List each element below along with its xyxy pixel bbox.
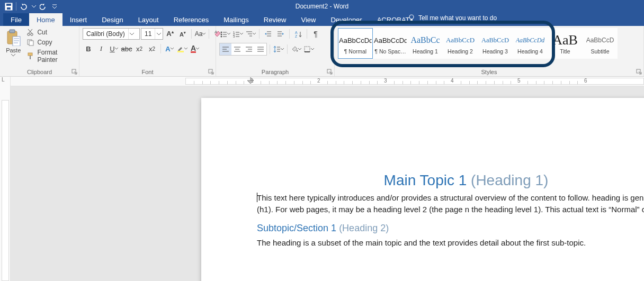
highlight-color-button[interactable] [176, 43, 188, 55]
shading-button[interactable] [290, 43, 302, 55]
style-preview: AaBbCcD [481, 32, 509, 48]
font-name-combo[interactable]: Calibri (Body) [83, 28, 140, 40]
ruler-tick [361, 81, 361, 84]
cut-button[interactable]: Cut [25, 28, 76, 37]
ruler-tick [503, 81, 503, 84]
style-preview: AaBbCcD [586, 32, 614, 48]
svg-rect-1 [6, 4, 11, 6]
window-title: Document2 - Word [296, 3, 348, 10]
justify-button[interactable] [255, 43, 266, 55]
tab-home[interactable]: Home [29, 13, 62, 26]
tab-file[interactable]: File [3, 13, 29, 26]
title-bar: Document2 - Word [0, 0, 644, 13]
align-center-button[interactable] [231, 43, 243, 55]
show-hide-marks-button[interactable]: ¶ [310, 28, 321, 40]
ruler-corner-label: L [2, 77, 5, 83]
ruler-tick [569, 81, 570, 84]
ruler-tick [444, 81, 444, 84]
style-swatch-heading-4[interactable]: AaBbCcDdHeading 4 [513, 28, 548, 59]
numbering-button[interactable]: 123 [232, 28, 244, 40]
style-preview: AaBbCcDd [516, 32, 545, 48]
svg-text:3: 3 [233, 35, 235, 38]
grow-font-button[interactable]: A▴ [164, 28, 176, 40]
ruler-number: 6 [584, 78, 587, 84]
font-color-button[interactable]: A [189, 43, 201, 55]
change-case-button[interactable]: Aa [194, 28, 206, 40]
clipboard-launcher[interactable] [71, 69, 78, 75]
styles-launcher[interactable] [636, 69, 642, 75]
tab-view[interactable]: View [293, 13, 323, 26]
shrink-font-button[interactable]: A▾ [177, 28, 189, 40]
format-painter-button[interactable]: Format Painter [25, 48, 76, 64]
redo-button[interactable] [39, 1, 49, 12]
strikethrough-button[interactable]: abc [121, 43, 132, 55]
ruler-tick [327, 81, 328, 84]
undo-dropdown[interactable] [31, 1, 37, 12]
font-size-combo[interactable]: 11 [141, 28, 163, 40]
style-name: ¶ Normal [344, 48, 366, 55]
italic-button[interactable]: I [95, 43, 107, 55]
style-swatch--normal[interactable]: AaBbCcDd¶ Normal [338, 28, 373, 59]
save-button[interactable] [3, 1, 14, 12]
style-swatch-subtitle[interactable]: AaBbCcDSubtitle [583, 28, 618, 59]
subscript-button[interactable]: x2 [133, 43, 145, 55]
align-right-button[interactable] [243, 43, 255, 55]
style-name: ¶ No Spac… [374, 48, 406, 55]
style-name: Subtitle [591, 48, 609, 55]
indent-marker[interactable] [247, 77, 254, 85]
vertical-ruler[interactable] [2, 100, 9, 281]
style-name: Heading 3 [482, 48, 508, 55]
undo-button[interactable] [19, 1, 29, 12]
font-launcher[interactable] [208, 69, 214, 75]
tab-mailings[interactable]: Mailings [216, 13, 256, 26]
sort-button[interactable]: AZ [292, 28, 304, 40]
document-area: L 123456 Main Topic 1 (Heading 1) This t… [0, 77, 644, 281]
paragraph-launcher[interactable] [327, 69, 333, 75]
tab-developer[interactable]: Developer [323, 13, 369, 26]
style-swatch-heading-1[interactable]: AaBbCcHeading 1 [408, 28, 443, 59]
svg-rect-7 [10, 30, 15, 33]
superscript-button[interactable]: x2 [146, 43, 158, 55]
lightbulb-icon [408, 14, 415, 22]
chevron-down-icon [128, 29, 136, 39]
svg-point-24 [221, 32, 222, 33]
ruler-number: 3 [384, 78, 387, 84]
style-swatch-title[interactable]: AaBTitle [548, 28, 583, 59]
align-left-button[interactable] [220, 43, 231, 55]
multilevel-list-button[interactable] [245, 28, 256, 40]
ruler-tick [310, 81, 311, 84]
style-swatch-heading-3[interactable]: AaBbCcDHeading 3 [478, 28, 513, 59]
svg-text:A: A [295, 31, 298, 34]
horizontal-ruler[interactable]: 123456 [11, 77, 644, 86]
tell-me-search[interactable]: Tell me what you want to do [408, 14, 497, 22]
increase-indent-button[interactable] [275, 28, 287, 40]
copy-button[interactable]: Copy [25, 38, 76, 47]
tab-layout[interactable]: Layout [131, 13, 166, 26]
line-spacing-button[interactable] [273, 43, 284, 55]
style-swatch-heading-2[interactable]: AaBbCcDHeading 2 [443, 28, 478, 59]
paste-button[interactable]: Paste [3, 28, 23, 57]
tab-insert[interactable]: Insert [62, 13, 95, 26]
svg-rect-19 [30, 56, 31, 59]
group-paragraph: 123 AZ ¶ [216, 26, 335, 76]
ruler-tick [427, 81, 428, 84]
style-preview: AaBbCcDd [374, 32, 407, 48]
bullets-button[interactable] [219, 28, 231, 40]
bold-button[interactable]: B [83, 43, 94, 55]
text-effects-button[interactable]: A [164, 43, 175, 55]
style-swatch--no-spac-[interactable]: AaBbCcDd¶ No Spac… [373, 28, 408, 59]
document-page[interactable]: Main Topic 1 (Heading 1) This text here … [201, 98, 644, 281]
ruler-number: 5 [517, 78, 521, 84]
borders-button[interactable] [303, 43, 315, 55]
tab-review[interactable]: Review [256, 13, 294, 26]
ruler-tick [477, 81, 478, 84]
copy-label: Copy [37, 39, 52, 46]
clipboard-icon [5, 29, 21, 46]
qat-customize-dropdown[interactable] [51, 1, 58, 12]
svg-rect-2 [7, 7, 11, 10]
tab-references[interactable]: References [166, 13, 216, 26]
tab-design[interactable]: Design [94, 13, 130, 26]
chevron-down-icon [11, 53, 15, 57]
decrease-indent-button[interactable] [262, 28, 274, 40]
underline-button[interactable]: U [108, 43, 120, 55]
